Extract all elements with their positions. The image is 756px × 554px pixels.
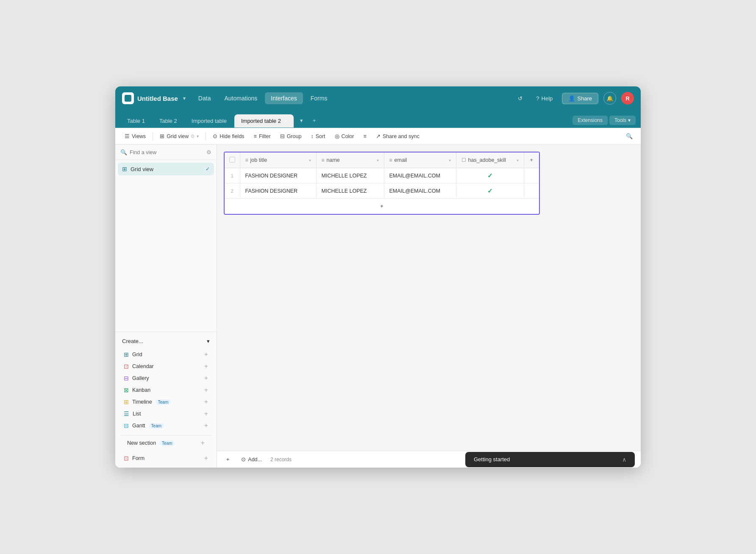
new-section-item[interactable]: New section Team +: [124, 437, 208, 449]
sort-label: Sort: [316, 133, 325, 139]
header-checkbox[interactable]: [229, 157, 235, 163]
share-label: Share: [577, 95, 592, 102]
row1-adobe-skill[interactable]: ✓: [456, 168, 524, 183]
row-height-btn[interactable]: ≡: [359, 131, 370, 141]
tab-caret[interactable]: ▾: [284, 119, 287, 124]
group-btn[interactable]: ⊟ Group: [276, 131, 306, 141]
add-tab-btn[interactable]: +: [309, 115, 320, 126]
gridview-caret[interactable]: ▾: [197, 134, 199, 138]
tab-imported-table[interactable]: Imported table: [185, 114, 233, 127]
create-gantt[interactable]: ⊟ Gantt Team +: [120, 420, 211, 432]
create-kanban-icon: ⊠: [124, 387, 129, 393]
tab-dropdown-btn[interactable]: ▾: [296, 115, 307, 126]
create-gantt-plus[interactable]: +: [204, 422, 208, 429]
th-job-title-icon: ≡: [245, 157, 248, 163]
row2-checkbox-cell: 2: [225, 183, 240, 199]
share-icon: 👤: [568, 95, 575, 102]
create-gantt-label: Gantt: [132, 423, 145, 429]
color-btn[interactable]: ◎ Color: [331, 131, 359, 141]
sidebar-settings-icon[interactable]: ⚙: [206, 149, 211, 155]
color-icon: ◎: [335, 133, 339, 139]
row1-email[interactable]: EMAIL@EMAIL.COM: [384, 168, 456, 183]
data-table: ≡ job title ▾ ≡ name ▾: [225, 152, 539, 214]
gridview-btn[interactable]: ⊞ Grid view ⊙ ▾: [156, 131, 203, 141]
history-btn[interactable]: ↺: [513, 91, 527, 105]
add-row-btn-cell[interactable]: +: [225, 199, 539, 214]
share-btn[interactable]: 👤 Share: [562, 93, 598, 104]
sidebar-search-input[interactable]: [130, 150, 204, 155]
share-sync-icon: ↗: [376, 133, 381, 139]
records-count: 2 records: [270, 457, 292, 463]
app-logo[interactable]: Untitled Base ▾: [122, 92, 186, 104]
tools-caret: ▾: [628, 117, 631, 123]
new-section-plus[interactable]: +: [201, 440, 205, 446]
title-caret[interactable]: ▾: [183, 96, 186, 101]
sort-btn[interactable]: ↕ Sort: [306, 131, 329, 141]
tab-table1[interactable]: Table 1: [120, 114, 152, 127]
views-btn[interactable]: ☰ Views: [120, 131, 150, 141]
avatar[interactable]: R: [621, 92, 634, 105]
row2-name[interactable]: MICHELLE LOPEZ: [316, 183, 384, 199]
sidebar-item-grid-view[interactable]: ⊞ Grid view ✓: [118, 163, 214, 175]
th-email-caret[interactable]: ▾: [449, 158, 451, 163]
bottom-bar: + ⊙ Add... 2 records Getting started ∧: [217, 451, 641, 468]
filter-btn[interactable]: ≡ Filter: [250, 131, 275, 141]
share-sync-btn[interactable]: ↗ Share and sync: [372, 131, 424, 141]
create-kanban[interactable]: ⊠ Kanban +: [120, 384, 211, 396]
nav-automations[interactable]: Automations: [218, 92, 263, 104]
sidebar-search-icon: 🔍: [120, 149, 127, 155]
create-gallery[interactable]: ⊟ Gallery +: [120, 372, 211, 384]
create-form[interactable]: ⊡ Form +: [120, 452, 211, 464]
notifications-btn[interactable]: 🔔: [603, 92, 616, 105]
create-form-label: Form: [132, 455, 145, 461]
create-grid[interactable]: ⊞ Grid +: [120, 349, 211, 360]
sidebar: 🔍 ⚙ ⊞ Grid view ✓ Create... ▾ ⊞: [115, 145, 217, 468]
toolbar-divider-1: [153, 132, 153, 141]
help-btn[interactable]: ? Help: [532, 93, 557, 104]
getting-started-bar[interactable]: Getting started ∧: [465, 452, 635, 467]
nav-data[interactable]: Data: [192, 92, 217, 104]
row2-email[interactable]: EMAIL@EMAIL.COM: [384, 183, 456, 199]
create-list[interactable]: ☰ List +: [120, 408, 211, 420]
extensions-btn[interactable]: Extensions: [573, 116, 608, 125]
add-row-btn[interactable]: +: [223, 455, 233, 464]
create-calendar-plus[interactable]: +: [204, 363, 208, 370]
app-window: Untitled Base ▾ Data Automations Interfa…: [115, 86, 641, 468]
row2-job-title[interactable]: FASHION DESIGNER: [240, 183, 316, 199]
nav-interfaces[interactable]: Interfaces: [265, 92, 303, 104]
create-timeline[interactable]: ⊞ Timeline Team +: [120, 396, 211, 408]
create-kanban-plus[interactable]: +: [204, 387, 208, 393]
th-adobe-skill-caret[interactable]: ▾: [517, 158, 519, 163]
tab-table2[interactable]: Table 2: [153, 114, 184, 127]
add-column-btn[interactable]: +: [524, 152, 539, 168]
timeline-team-badge: Team: [156, 399, 171, 405]
create-calendar[interactable]: ⊡ Calendar +: [120, 360, 211, 372]
search-icon: 🔍: [626, 133, 633, 139]
tab-imported-table2[interactable]: Imported table 2 ▾: [234, 114, 294, 127]
nav-forms[interactable]: Forms: [305, 92, 334, 104]
th-adobe-skill: ☐ has_adobe_skill ▾: [456, 152, 524, 168]
create-gallery-plus[interactable]: +: [204, 375, 208, 382]
create-header[interactable]: Create... ▾: [120, 335, 211, 347]
create-grid-plus[interactable]: +: [204, 351, 208, 358]
row2-checkmark: ✓: [487, 187, 493, 194]
th-job-title-caret[interactable]: ▾: [309, 158, 311, 163]
row1-extra: [524, 168, 539, 183]
th-email: ≡ email ▾: [384, 152, 456, 168]
hide-fields-btn[interactable]: ⊙ Hide fields: [208, 131, 248, 141]
row2-adobe-skill[interactable]: ✓: [456, 183, 524, 199]
row1-name[interactable]: MICHELLE LOPEZ: [316, 168, 384, 183]
create-form-plus[interactable]: +: [204, 455, 208, 462]
th-name-caret[interactable]: ▾: [377, 158, 379, 163]
tools-btn[interactable]: Tools ▾: [609, 116, 636, 125]
search-btn[interactable]: 🔍: [623, 130, 636, 143]
create-gallery-label: Gallery: [132, 375, 149, 381]
grid-view-icon: ⊞: [122, 166, 127, 172]
row1-job-title[interactable]: FASHION DESIGNER: [240, 168, 316, 183]
tab-bar-right: Extensions Tools ▾: [573, 116, 636, 127]
create-timeline-plus[interactable]: +: [204, 399, 208, 405]
getting-started-chevron[interactable]: ∧: [622, 456, 626, 463]
create-list-plus[interactable]: +: [204, 410, 208, 417]
create-calendar-icon: ⊡: [124, 363, 129, 370]
add-other-btn[interactable]: ⊙ Add...: [238, 454, 265, 464]
